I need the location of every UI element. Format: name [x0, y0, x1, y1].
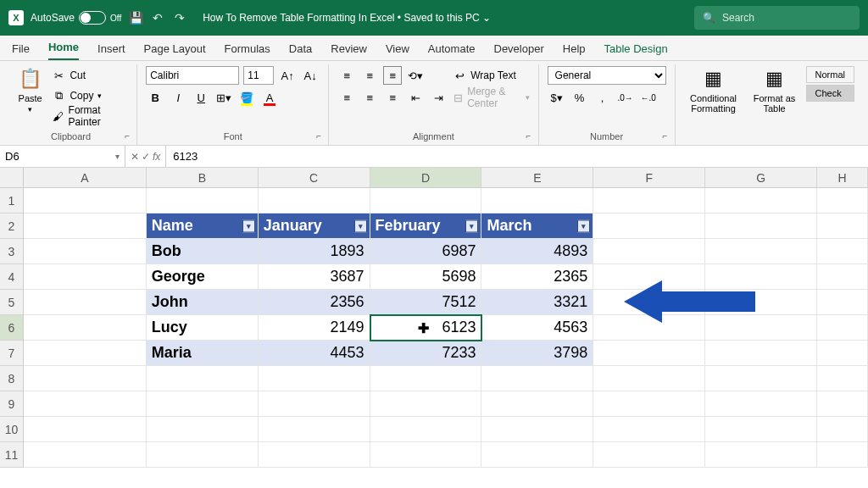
- col-header[interactable]: D: [370, 168, 482, 187]
- cell[interactable]: [24, 290, 147, 315]
- tab-table-design[interactable]: Table Design: [604, 42, 668, 60]
- row-header[interactable]: 6: [0, 315, 23, 341]
- tab-help[interactable]: Help: [563, 42, 586, 60]
- cell[interactable]: [370, 366, 482, 391]
- align-left-icon[interactable]: ≡: [337, 88, 356, 107]
- number-format-combo[interactable]: General: [548, 66, 666, 85]
- dialog-launcher-icon[interactable]: ⌐: [125, 131, 135, 141]
- col-header[interactable]: C: [259, 168, 370, 187]
- cell[interactable]: [705, 391, 817, 417]
- cell[interactable]: [24, 366, 147, 391]
- align-bottom-icon[interactable]: ≡: [383, 66, 402, 85]
- style-check[interactable]: Check: [806, 85, 854, 102]
- cell[interactable]: [370, 417, 482, 442]
- row-header[interactable]: 8: [0, 366, 23, 391]
- tab-view[interactable]: View: [386, 42, 409, 60]
- cell[interactable]: [705, 366, 817, 391]
- cell[interactable]: [817, 341, 868, 366]
- tab-data[interactable]: Data: [289, 42, 312, 60]
- row-header[interactable]: 7: [0, 341, 23, 366]
- cell[interactable]: 6987: [370, 239, 482, 264]
- cell[interactable]: [593, 239, 705, 264]
- cell[interactable]: [147, 442, 259, 468]
- col-header[interactable]: F: [593, 168, 705, 187]
- col-header[interactable]: A: [24, 168, 147, 187]
- tab-insert[interactable]: Insert: [97, 42, 125, 60]
- cell[interactable]: [817, 391, 868, 417]
- formula-bar[interactable]: 6123: [166, 146, 868, 167]
- cell[interactable]: [24, 391, 147, 417]
- cell[interactable]: [817, 315, 868, 341]
- row-header[interactable]: 10: [0, 417, 23, 442]
- cell[interactable]: [370, 442, 482, 468]
- cell[interactable]: [259, 188, 370, 214]
- cell[interactable]: 4563: [481, 315, 593, 341]
- cell[interactable]: 7233: [370, 341, 482, 366]
- align-top-icon[interactable]: ≡: [337, 66, 356, 85]
- increase-indent-icon[interactable]: ⇥: [429, 88, 448, 107]
- cell[interactable]: [705, 188, 817, 214]
- cell[interactable]: [147, 188, 259, 214]
- merge-center-button[interactable]: ⊟Merge & Center▾: [453, 88, 529, 107]
- cell[interactable]: 2356: [259, 290, 370, 315]
- paste-button[interactable]: 📋 Paste ▾: [14, 66, 47, 130]
- tab-formulas[interactable]: Formulas: [225, 42, 270, 60]
- cell[interactable]: [481, 417, 593, 442]
- col-header[interactable]: B: [147, 168, 259, 187]
- format-as-table-button[interactable]: ▦ Format as Table: [748, 66, 801, 130]
- cell[interactable]: [593, 366, 705, 391]
- table-header[interactable]: Name▾: [147, 214, 259, 239]
- cell[interactable]: [705, 417, 817, 442]
- cell[interactable]: 3798: [481, 341, 593, 366]
- cell[interactable]: Lucy: [147, 315, 259, 341]
- increase-font-icon[interactable]: A↑: [278, 66, 297, 85]
- cell[interactable]: [705, 442, 817, 468]
- font-name-combo[interactable]: [146, 66, 239, 85]
- cell[interactable]: [593, 442, 705, 468]
- cell[interactable]: [817, 290, 868, 315]
- copy-button[interactable]: ⧉Copy▾: [52, 86, 128, 105]
- filter-icon[interactable]: ▾: [242, 219, 255, 232]
- bold-button[interactable]: B: [146, 88, 164, 107]
- increase-decimal-icon[interactable]: .0→: [616, 88, 635, 107]
- cell[interactable]: [705, 214, 817, 239]
- tab-automate[interactable]: Automate: [428, 42, 476, 60]
- cell[interactable]: [370, 391, 482, 417]
- borders-icon[interactable]: ⊞▾: [214, 88, 233, 107]
- italic-button[interactable]: I: [169, 88, 187, 107]
- decrease-indent-icon[interactable]: ⇤: [406, 88, 425, 107]
- cancel-icon[interactable]: ✕: [131, 151, 139, 163]
- cell[interactable]: 2365: [481, 264, 593, 290]
- undo-icon[interactable]: ↶: [150, 10, 165, 25]
- row-header[interactable]: 11: [0, 442, 23, 468]
- row-header[interactable]: 5: [0, 290, 23, 315]
- cut-button[interactable]: ✂Cut: [52, 66, 128, 85]
- table-header[interactable]: January▾: [259, 214, 370, 239]
- cell[interactable]: [147, 366, 259, 391]
- cell[interactable]: [705, 239, 817, 264]
- dialog-launcher-icon[interactable]: ⌐: [316, 131, 326, 141]
- row-header[interactable]: 2: [0, 214, 23, 239]
- table-header[interactable]: February▾: [370, 214, 482, 239]
- cell[interactable]: 3321: [481, 290, 593, 315]
- cell[interactable]: [817, 366, 868, 391]
- cell[interactable]: [481, 366, 593, 391]
- filter-icon[interactable]: ▾: [354, 219, 367, 232]
- toggle-switch-icon[interactable]: [79, 11, 106, 25]
- enter-icon[interactable]: ✓: [142, 151, 150, 163]
- font-size-combo[interactable]: [243, 66, 274, 85]
- style-normal[interactable]: Normal: [806, 66, 854, 83]
- col-header[interactable]: G: [705, 168, 817, 187]
- cell[interactable]: [593, 417, 705, 442]
- cell[interactable]: 2149: [259, 315, 370, 341]
- cell[interactable]: 4453: [259, 341, 370, 366]
- cell[interactable]: [481, 442, 593, 468]
- cell[interactable]: [593, 341, 705, 366]
- cell[interactable]: [24, 239, 147, 264]
- fill-color-icon[interactable]: 🪣: [237, 88, 256, 107]
- col-header[interactable]: H: [817, 168, 868, 187]
- align-center-icon[interactable]: ≡: [360, 88, 379, 107]
- cell[interactable]: [817, 239, 868, 264]
- cell[interactable]: [24, 188, 147, 214]
- cell[interactable]: [481, 188, 593, 214]
